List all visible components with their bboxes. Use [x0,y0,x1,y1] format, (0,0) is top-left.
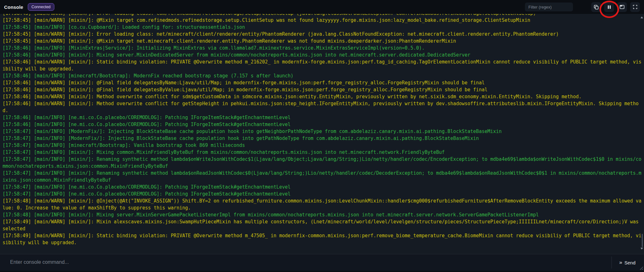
log-line: [17:58:46] [main/INFO] [MixinExtras|Serv… [3,45,641,51]
command-input[interactable] [0,254,611,271]
fullscreen-button[interactable] [630,2,640,12]
log-line: [17:58:47] [main/INFO] [ModernFix/]: Inj… [3,128,641,135]
console-log[interactable]: [17:58:45] [main/WARN] [mixin/]: Error l… [0,13,644,254]
log-line: [17:58:49] [main/WARN] [mixin/]: Mixin a… [3,218,641,232]
log-line: [17:58:46] [main/WARN] [mixin/]: @Final … [3,79,641,86]
header-bar: Console Connected [0,0,644,14]
send-button-label: Send [624,260,635,265]
log-line: [17:58:49] [main/WARN] [mixin/]: Static … [3,232,641,246]
scrollbar-up-arrow[interactable] [641,16,643,18]
log-line: [17:58:46] [main/WARN] [mixin/]: @Final … [3,86,641,93]
log-line: [17:58:46] [main/WARN] [mixin/]: Static … [3,58,641,72]
window-icon [619,4,625,9]
filter-input[interactable] [525,3,573,11]
log-line: [17:58:46] [main/INFO] [mixin/]: Mixing … [3,51,641,58]
copy-icon [593,4,599,10]
copy-logs-button[interactable] [591,2,601,12]
fullscreen-icon [633,4,638,9]
log-line: [17:58:45] [main/WARN] [mixin/]: @Mixin … [3,38,641,45]
log-line: [17:58:46] [main/WARN] [mixin/]: Method … [3,100,641,114]
log-line: [17:58:47] [main/INFO] [mixin/]: Renamin… [3,156,641,170]
log-line: [17:58:46] [main/INFO] [ne.mi.co.Co.plac… [3,121,641,128]
panel-view-button[interactable] [617,2,627,12]
log-line: [17:58:47] [main/INFO] [ne.mi.co.Co.plac… [3,184,641,190]
log-line: [17:58:47] [main/INFO] [minecraft/Bootst… [3,142,641,149]
log-line: [17:58:46] [main/INFO] [minecraft/Bootst… [3,72,641,79]
scrollbar-thumb[interactable] [642,234,643,247]
page-title: Console [4,4,23,10]
command-bar: » Send [0,254,644,271]
log-line: [17:58:47] [main/INFO] [mixin/]: Mixing … [3,149,641,156]
double-chevron-icon: » [619,259,622,266]
log-line: [17:58:47] [main/INFO] [ne.mi.co.Co.plac… [3,190,641,197]
console-page: Console Connected [0,0,644,272]
log-line: [17:58:45] [main/WARN] [mixin/]: Error l… [3,31,641,38]
log-line: [17:58:47] [main/INFO] [mixin/]: Renamin… [3,170,641,184]
send-button[interactable]: » Send [611,257,644,269]
log-line: [17:58:45] [main/WARN] [mixin/]: @Mixin … [3,17,641,24]
status-badge: Connected [28,3,54,11]
scrollbar-down-arrow[interactable] [641,248,643,250]
pause-scroll-button[interactable] [604,2,614,12]
log-line: [17:58:46] [main/WARN] [mixin/]: Method … [3,93,641,100]
log-line: [17:58:46] [main/INFO] [ne.mi.co.Co.plac… [3,114,641,121]
log-line: [17:58:47] [main/INFO] [ModernFix/]: Inj… [3,135,641,142]
resize-grip-icon[interactable] [640,266,643,270]
log-line: [17:58:48] [main/INFO] [mixin/]: Mixing … [3,211,641,218]
log-line: [17:58:45] [main/INFO] [co.cu.Cupboard/]… [3,24,641,31]
pause-icon [607,5,611,9]
log-line: [17:58:48] [main/WARN] [mixin/]: @Inject… [3,197,641,211]
